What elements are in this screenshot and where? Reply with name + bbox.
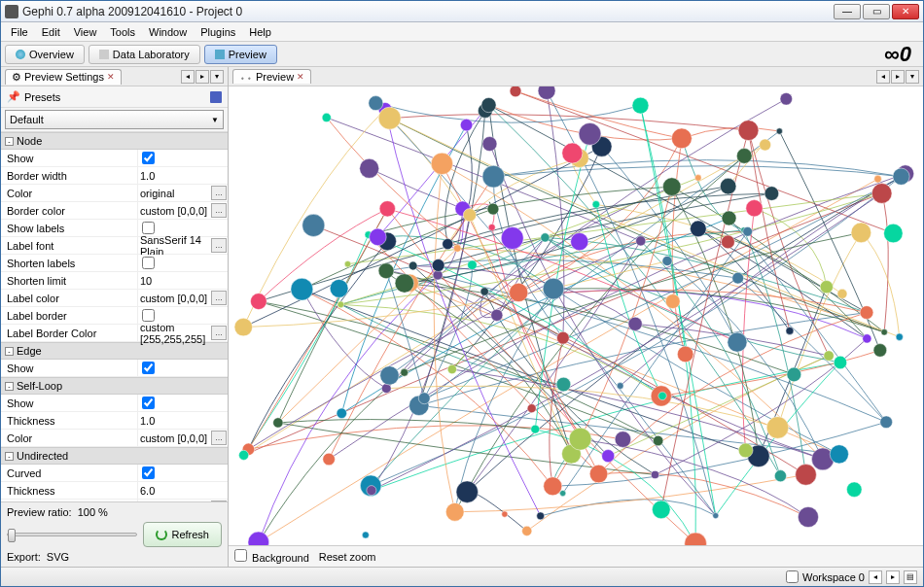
properties-panel[interactable]: -NodeShowBorder width1.0Colororiginal…Bo… <box>1 131 228 501</box>
prop-checkbox[interactable] <box>142 152 155 164</box>
preview-nav-down[interactable]: ▾ <box>906 70 919 84</box>
preview-nav-right[interactable]: ▸ <box>891 70 905 84</box>
svg-point-103 <box>824 351 834 361</box>
preset-select[interactable]: Default ▼ <box>5 110 224 129</box>
save-preset-icon[interactable] <box>210 91 222 103</box>
prop-edit-button[interactable]: … <box>211 291 227 305</box>
prop-value[interactable] <box>137 465 228 481</box>
prop-value[interactable]: SansSerif 14 Plain <box>137 237 211 254</box>
minimize-button[interactable]: — <box>834 4 861 19</box>
section-node[interactable]: -Node <box>1 132 228 150</box>
prop-label: Border color <box>1 205 137 217</box>
section-self-loop[interactable]: -Self-Loop <box>1 377 228 395</box>
menu-help[interactable]: Help <box>243 24 277 40</box>
prop-value[interactable] <box>137 150 228 166</box>
svg-point-45 <box>685 533 707 545</box>
prop-checkbox[interactable] <box>142 362 155 374</box>
preview-ratio-slider[interactable] <box>7 533 137 536</box>
svg-point-69 <box>652 501 670 519</box>
svg-point-127 <box>239 450 249 460</box>
prop-value[interactable]: custom [255,255,255] <box>137 325 211 341</box>
section-label: Undirected <box>17 450 68 462</box>
tab-data-laboratory[interactable]: Data Laboratory <box>89 45 200 64</box>
menu-tools[interactable]: Tools <box>104 24 141 40</box>
workspace-menu-button[interactable]: ▤ <box>904 570 917 584</box>
svg-point-96 <box>360 158 379 178</box>
svg-point-118 <box>409 261 417 270</box>
reset-zoom-link[interactable]: Reset zoom <box>319 551 376 563</box>
prop-value[interactable] <box>137 360 228 376</box>
workspace-checkbox[interactable] <box>786 570 799 583</box>
maximize-button[interactable]: ▭ <box>863 4 890 19</box>
prop-value[interactable]: 10 <box>137 272 228 289</box>
prop-label: Label color <box>1 293 137 304</box>
svg-point-89 <box>330 279 348 297</box>
svg-point-25 <box>617 383 623 390</box>
svg-point-37 <box>628 317 642 330</box>
prop-edit-button[interactable]: … <box>211 238 227 253</box>
collapse-icon: - <box>5 137 14 146</box>
prop-show: Show <box>1 150 228 167</box>
prop-value[interactable] <box>137 255 228 271</box>
nav-left-button[interactable]: ◂ <box>181 70 195 84</box>
menu-view[interactable]: View <box>68 24 103 40</box>
svg-point-57 <box>491 309 503 321</box>
prop-shorten-limit: Shorten limit10 <box>1 272 228 290</box>
refresh-button[interactable]: Refresh <box>143 522 222 547</box>
prop-checkbox[interactable] <box>142 397 155 409</box>
prop-value[interactable] <box>137 395 228 411</box>
menu-file[interactable]: File <box>5 24 34 40</box>
menu-window[interactable]: Window <box>143 24 193 40</box>
prop-value[interactable]: custom [0,0,0] <box>137 290 211 306</box>
background-checkbox[interactable]: Background <box>234 549 309 564</box>
svg-point-26 <box>538 86 555 99</box>
prop-checkbox[interactable] <box>142 257 155 269</box>
collapse-icon: - <box>5 382 14 391</box>
svg-point-33 <box>447 364 456 373</box>
svg-point-12 <box>541 233 550 242</box>
preview-nav-left[interactable]: ◂ <box>876 70 890 84</box>
close-tab-icon[interactable]: ✕ <box>107 72 115 82</box>
close-preview-tab-icon[interactable]: ✕ <box>297 72 304 82</box>
prop-label: Show <box>1 363 137 374</box>
prop-value[interactable]: 6.0 <box>137 482 228 499</box>
svg-point-95 <box>662 178 681 196</box>
svg-point-139 <box>671 128 692 149</box>
section-undirected[interactable]: -Undirected <box>1 447 228 465</box>
workspace-prev-button[interactable]: ◂ <box>869 570 882 584</box>
svg-point-119 <box>544 477 562 496</box>
prop-value[interactable]: 1.0 <box>137 167 228 184</box>
svg-point-50 <box>860 306 873 320</box>
svg-point-60 <box>250 294 267 310</box>
preview-settings-tab[interactable]: ⚙Preview Settings✕ <box>5 69 122 85</box>
prop-value[interactable]: original <box>137 185 211 201</box>
section-edge[interactable]: -Edge <box>1 342 228 360</box>
menu-edit[interactable]: Edit <box>36 24 66 40</box>
prop-value[interactable]: custom [0,0,0] <box>137 430 211 446</box>
export-value[interactable]: SVG <box>47 551 69 563</box>
menu-plugins[interactable]: Plugins <box>195 24 241 40</box>
collapse-icon: - <box>5 347 14 356</box>
prop-edit-button[interactable]: … <box>211 203 227 218</box>
preview-tab[interactable]: ⬩⬩Preview✕ <box>232 69 311 84</box>
graph-canvas[interactable] <box>229 86 923 545</box>
prop-value[interactable]: custom [0,0,0] <box>137 202 211 219</box>
prop-edit-button[interactable]: … <box>211 326 227 340</box>
link-icon: ⬩⬩ <box>239 71 253 83</box>
nav-right-button[interactable]: ▸ <box>195 70 209 84</box>
prop-edit-button[interactable]: … <box>211 186 227 200</box>
prop-edit-button[interactable]: … <box>211 431 227 445</box>
tab-preview[interactable]: Preview <box>204 45 277 64</box>
svg-point-115 <box>337 408 347 419</box>
workspace-next-button[interactable]: ▸ <box>886 570 900 584</box>
gephi-logo: ∞0 <box>884 42 919 67</box>
prop-checkbox[interactable] <box>142 222 155 234</box>
slider-thumb[interactable] <box>8 529 16 542</box>
tab-overview[interactable]: Overview <box>5 45 85 64</box>
section-label: Self-Loop <box>17 380 62 392</box>
close-button[interactable]: ✕ <box>892 4 919 19</box>
nav-down-button[interactable]: ▾ <box>210 70 224 84</box>
prop-checkbox[interactable] <box>142 309 155 322</box>
prop-checkbox[interactable] <box>142 466 155 479</box>
prop-value[interactable]: 1.0 <box>137 412 228 429</box>
